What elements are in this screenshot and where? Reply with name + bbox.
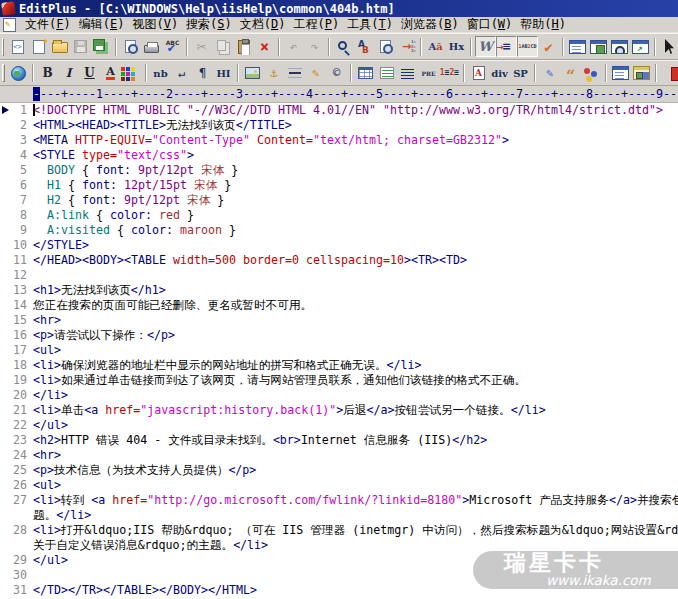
script-tag-button[interactable]: ✎	[539, 63, 560, 84]
code-line-25[interactable]: 25<p>技术信息（为技术支持人员提供）</p>	[0, 463, 678, 478]
code-line-24[interactable]: 24<hr>	[0, 448, 678, 463]
code-line-9[interactable]: 9 A:visited { color: maroon }	[0, 223, 678, 238]
open-file-button[interactable]	[49, 36, 70, 57]
p-tag-button[interactable]: ¶	[192, 63, 213, 84]
replace-button[interactable]: A	[354, 36, 375, 57]
print-preview-button[interactable]	[120, 36, 141, 57]
underline-tag-button[interactable]: U	[79, 63, 100, 84]
delete-button[interactable]: ×	[254, 36, 275, 57]
menu-search[interactable]: 搜索(S)	[182, 15, 236, 34]
code-line-20[interactable]: 20</li>	[0, 388, 678, 403]
code-line-1[interactable]: 1<!DOCTYPE HTML PUBLIC "-//W3C//DTD HTML…	[0, 103, 678, 118]
hex-view-button[interactable]: Hx	[446, 36, 467, 57]
code-line-5[interactable]: 5 BODY { font: 9pt/12pt 宋体 }	[0, 163, 678, 178]
pre-tag-button[interactable]: PRE	[418, 63, 439, 84]
find-button[interactable]	[333, 36, 354, 57]
browser-view-button[interactable]	[630, 36, 651, 57]
form-tag-button[interactable]	[610, 63, 631, 84]
menu-help[interactable]: 帮助(H)	[516, 15, 570, 34]
code-line-10[interactable]: 10</STYLE>	[0, 238, 678, 253]
code-line-26[interactable]: 26<ul>	[0, 478, 678, 493]
edit-tag-button[interactable]: ✎	[305, 63, 326, 84]
window-zoom-button[interactable]	[609, 36, 630, 57]
goto-line-button[interactable]: →	[396, 36, 417, 57]
italic-tag-button[interactable]: I	[58, 63, 79, 84]
symbol-picker-button[interactable]	[581, 63, 602, 84]
nbsp-tag-button[interactable]: nb	[150, 63, 171, 84]
anchor-tag-button[interactable]: ⚓	[263, 63, 284, 84]
code-line-21[interactable]: 21<li>单击<a href="javascript:history.back…	[0, 403, 678, 418]
code-line-22[interactable]: 22</ul>	[0, 418, 678, 433]
hr-tag-button[interactable]	[284, 63, 305, 84]
span-tag-button[interactable]: SP	[510, 63, 531, 84]
word-wrap-button[interactable]: W	[475, 36, 496, 57]
cut-button[interactable]: ✂	[191, 36, 212, 57]
bold-tag-button[interactable]: B	[37, 63, 58, 84]
code-line-15[interactable]: 15<hr>	[0, 313, 678, 328]
code-line-18[interactable]: 18<li>确保浏览器的地址栏中显示的网站地址的拼写和格式正确无误。</li>	[0, 358, 678, 373]
center-tag-button[interactable]	[397, 63, 418, 84]
code-line-14[interactable]: 14您正在搜索的页面可能已经删除、更名或暂时不可用。	[0, 298, 678, 313]
heading-tag-button[interactable]: HI	[213, 63, 234, 84]
syntax-check-button[interactable]: ✔	[538, 36, 559, 57]
clipped-button-button[interactable]	[666, 63, 678, 84]
code-line-27[interactable]: 27<li>转到 <a href="http://go.microsoft.co…	[0, 493, 678, 508]
toggle-case-button[interactable]: Aā	[425, 36, 446, 57]
redo-button[interactable]: ↷	[304, 36, 325, 57]
code-editor[interactable]: 1<!DOCTYPE HTML PUBLIC "-//W3C//DTD HTML…	[0, 103, 678, 599]
menu-tools[interactable]: 工具(T)	[343, 15, 397, 34]
menu-view[interactable]: 视图(V)	[128, 15, 182, 34]
copy-button[interactable]	[212, 36, 233, 57]
code-line-13[interactable]: 13<h1>无法找到该页</h1>	[0, 283, 678, 298]
menu-file[interactable]: 文件(F)	[21, 15, 75, 34]
code-line-7[interactable]: 7 H2 { font: 9pt/12pt 宋体 }	[0, 193, 678, 208]
table-tag-button[interactable]	[355, 63, 376, 84]
list-tag-button[interactable]: 1≡ 2≡	[439, 63, 460, 84]
code-line-3[interactable]: 3<META HTTP-EQUIV="Content-Type" Content…	[0, 133, 678, 148]
comment-tag-button[interactable]: “	[560, 63, 581, 84]
form-controls-button[interactable]	[631, 63, 652, 84]
spell-check-button[interactable]: ABC	[162, 36, 183, 57]
div-align-button[interactable]	[376, 63, 397, 84]
code-line-2[interactable]: 2<HTML><HEAD><TITLE>无法找到该页</TITLE>	[0, 118, 678, 133]
toolbar-grip-2[interactable]	[2, 64, 5, 82]
new-from-template-button[interactable]	[28, 36, 49, 57]
save-all-button[interactable]	[91, 36, 112, 57]
window-layout-button[interactable]	[588, 36, 609, 57]
font-color-tag-button[interactable]: A	[100, 63, 121, 84]
div-tag-button[interactable]: div	[489, 63, 510, 84]
undo-button[interactable]: ↶	[283, 36, 304, 57]
copyright-entity-button[interactable]: ©	[326, 63, 347, 84]
find-in-files-button[interactable]	[375, 36, 396, 57]
new-html-button[interactable]: <>	[7, 36, 28, 57]
sort-button[interactable]: 1AB 2CD	[517, 36, 538, 57]
code-line-28[interactable]: 28<li>打开&ldquo;IIS 帮助&rdquo; （可在 IIS 管理器…	[0, 523, 678, 538]
code-line-wrap[interactable]: 题。</li>	[0, 508, 678, 523]
code-line-16[interactable]: 16<p>请尝试以下操作：</p>	[0, 328, 678, 343]
menu-edit[interactable]: 编辑(E)	[75, 15, 129, 34]
code-line-8[interactable]: 8 A:link { color: red }	[0, 208, 678, 223]
document-list-button[interactable]	[567, 36, 588, 57]
code-line-6[interactable]: 6 H1 { font: 12pt/15pt 宋体 }	[0, 178, 678, 193]
select-cursor-button[interactable]	[659, 36, 678, 57]
menu-window[interactable]: 窗口(W)	[463, 15, 517, 34]
menu-document[interactable]: 文档(D)	[236, 15, 290, 34]
br-tag-button[interactable]: ↵	[171, 63, 192, 84]
code-line-17[interactable]: 17<ul>	[0, 343, 678, 358]
paste-button[interactable]	[233, 36, 254, 57]
document-icon[interactable]	[3, 18, 16, 32]
auto-indent-button[interactable]: ≡	[496, 36, 517, 57]
code-line-12[interactable]: 12	[0, 268, 678, 283]
color-picker-button[interactable]	[121, 63, 142, 84]
save-file-button[interactable]	[70, 36, 91, 57]
code-line-4[interactable]: 4<STYLE type="text/css">	[0, 148, 678, 163]
code-line-23[interactable]: 23<h2>HTTP 错误 404 - 文件或目录未找到。<br>Interne…	[0, 433, 678, 448]
code-line-19[interactable]: 19<li>如果通过单击链接而到达了该网页，请与网站管理员联系，通知他们该链接的…	[0, 373, 678, 388]
font-tag-button[interactable]: A	[468, 63, 489, 84]
browser-preview-button[interactable]	[8, 63, 29, 84]
toolbar-grip[interactable]	[2, 38, 4, 56]
menu-browser[interactable]: 浏览器(B)	[397, 15, 463, 34]
code-line-11[interactable]: 11</HEAD><BODY><TABLE width=500 border=0…	[0, 253, 678, 268]
print-button[interactable]	[141, 36, 162, 57]
image-tag-button[interactable]	[242, 63, 263, 84]
